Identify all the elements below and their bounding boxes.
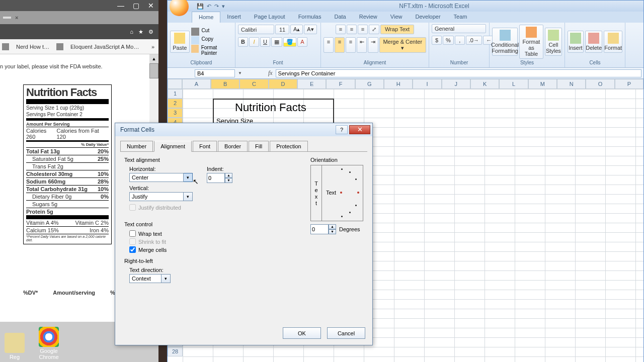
- name-box[interactable]: [195, 69, 235, 77]
- minimize-icon[interactable]: —: [115, 1, 126, 10]
- tab-close-icon[interactable]: ×: [15, 15, 18, 21]
- dropdown-icon[interactable]: ▾: [184, 192, 193, 201]
- percent-button[interactable]: %: [443, 36, 454, 45]
- align-bottom-button[interactable]: ≡: [358, 25, 368, 34]
- currency-button[interactable]: $: [432, 36, 442, 45]
- align-top-button[interactable]: ≡: [336, 25, 346, 34]
- dialog-titlebar[interactable]: Format Cells ? ✕: [115, 123, 372, 136]
- redo-icon[interactable]: ↷: [214, 3, 219, 10]
- underline-button[interactable]: U: [260, 37, 270, 47]
- vertical-combo[interactable]: ▾: [129, 192, 193, 201]
- tab-page-layout[interactable]: Page Layout: [248, 12, 292, 23]
- tab-data[interactable]: Data: [328, 12, 352, 23]
- undo-icon[interactable]: ↶: [207, 3, 211, 10]
- tab-fill[interactable]: Fill: [249, 141, 269, 152]
- tab-developer[interactable]: Developer: [409, 12, 447, 23]
- tab-formulas[interactable]: Formulas: [292, 12, 328, 23]
- shrink-font-button[interactable]: A▾: [304, 25, 316, 34]
- align-right-button[interactable]: ≡: [346, 37, 356, 53]
- font-color-button[interactable]: A: [297, 37, 307, 47]
- home-icon[interactable]: ⌂: [130, 29, 133, 35]
- browser-tab[interactable]: [3, 17, 11, 19]
- tab-number[interactable]: Number: [120, 141, 153, 152]
- taskbar-item-chrome[interactable]: Google Chrome: [37, 327, 60, 360]
- indent-spinner[interactable]: ▲▼: [207, 173, 232, 183]
- format-painter-button[interactable]: Format Painter: [201, 45, 232, 56]
- horizontal-combo[interactable]: ▾: [129, 173, 193, 182]
- text-direction-combo[interactable]: ▾: [129, 274, 172, 283]
- tab-view[interactable]: View: [384, 12, 409, 23]
- grow-font-button[interactable]: A▴: [290, 25, 303, 34]
- spin-down-icon[interactable]: ▼: [329, 229, 336, 234]
- chevron-right-icon[interactable]: »: [151, 44, 154, 50]
- font-size-input[interactable]: [275, 25, 289, 34]
- fx-icon[interactable]: fx: [268, 69, 273, 77]
- tab-team[interactable]: Team: [447, 12, 474, 23]
- number-format-input[interactable]: [432, 24, 486, 33]
- tab-home[interactable]: Home: [192, 12, 220, 23]
- maximize-icon[interactable]: ▢: [130, 1, 141, 10]
- fill-color-button[interactable]: 🪣: [283, 37, 296, 47]
- bookmark-item[interactable]: Nerd How t…: [16, 44, 49, 50]
- tab-border[interactable]: Border: [218, 141, 248, 152]
- border-button[interactable]: ▦: [271, 37, 282, 47]
- help-button[interactable]: ?: [336, 125, 348, 134]
- format-as-table-button[interactable]: Format as Table: [519, 25, 543, 59]
- close-icon[interactable]: ✕: [145, 1, 156, 10]
- wrap-text-checkbox[interactable]: Wrap text: [129, 230, 295, 237]
- close-button[interactable]: ✕: [349, 125, 370, 134]
- cut-button[interactable]: Cut: [202, 28, 210, 36]
- indent-input[interactable]: [207, 173, 225, 183]
- ok-button[interactable]: OK: [283, 327, 321, 339]
- delete-button[interactable]: Delete: [585, 31, 603, 53]
- paste-button[interactable]: Paste: [170, 31, 190, 53]
- merge-center-button[interactable]: Merge & Center ▾: [379, 37, 427, 53]
- vertical-text-button[interactable]: Text: [311, 165, 322, 221]
- copy-button[interactable]: Copy: [202, 36, 213, 44]
- degrees-input[interactable]: [310, 224, 329, 234]
- dropdown-icon[interactable]: ▾: [162, 274, 171, 283]
- align-left-button[interactable]: ≡: [324, 37, 334, 53]
- tab-insert[interactable]: Insert: [220, 12, 248, 23]
- vertical-input[interactable]: [129, 192, 184, 201]
- text-direction-input[interactable]: [129, 274, 162, 283]
- conditional-formatting-button[interactable]: Conditional Formatting: [492, 28, 518, 56]
- gear-icon[interactable]: ⚙: [148, 29, 153, 35]
- orientation-button[interactable]: ⤢: [369, 25, 379, 34]
- italic-button[interactable]: I: [249, 37, 259, 47]
- format-button[interactable]: Format: [604, 31, 622, 53]
- font-name-input[interactable]: [238, 25, 274, 34]
- tab-review[interactable]: Review: [353, 12, 384, 23]
- merge-cells-checkbox[interactable]: Merge cells: [129, 246, 295, 253]
- save-icon[interactable]: 💾: [197, 3, 204, 10]
- decrease-indent-button[interactable]: ⇤: [357, 37, 367, 53]
- increase-decimal-button[interactable]: .0→: [466, 36, 482, 45]
- degrees-spinner[interactable]: ▲▼: [310, 224, 336, 234]
- align-middle-button[interactable]: ≡: [347, 25, 357, 34]
- tab-alignment[interactable]: Alignment: [154, 141, 192, 152]
- scroll-thumb[interactable]: [149, 63, 158, 78]
- spin-up-icon[interactable]: ▲: [225, 173, 232, 178]
- cell-styles-button[interactable]: Cell Styles: [545, 28, 562, 56]
- formula-input[interactable]: [276, 69, 641, 77]
- horizontal-input[interactable]: [129, 173, 184, 182]
- tab-font[interactable]: Font: [193, 141, 217, 152]
- taskbar-item[interactable]: Reg: [3, 333, 26, 360]
- insert-button[interactable]: Insert: [568, 31, 584, 53]
- namebox-dropdown-icon[interactable]: ▼: [238, 71, 242, 75]
- bold-button[interactable]: B: [238, 37, 248, 47]
- group-cells: Insert Delete Format Cells: [565, 23, 625, 67]
- bookmark-item[interactable]: Eloquent JavaScript A Mo…: [70, 44, 139, 50]
- increase-indent-button[interactable]: ⇥: [368, 37, 378, 53]
- tab-protection[interactable]: Protection: [270, 141, 308, 152]
- star-icon[interactable]: ★: [138, 29, 143, 35]
- orientation-box[interactable]: Text Text: [310, 165, 363, 221]
- wrap-text-button[interactable]: Wrap Text: [380, 25, 414, 34]
- scroll-up-icon[interactable]: ▲: [149, 54, 158, 63]
- spin-up-icon[interactable]: ▲: [329, 224, 336, 229]
- cancel-button[interactable]: Cancel: [327, 327, 365, 339]
- align-center-button[interactable]: ≡: [335, 37, 345, 53]
- spin-down-icon[interactable]: ▼: [225, 178, 232, 183]
- comma-button[interactable]: ,: [455, 36, 465, 45]
- dropdown-icon[interactable]: ▾: [184, 173, 193, 182]
